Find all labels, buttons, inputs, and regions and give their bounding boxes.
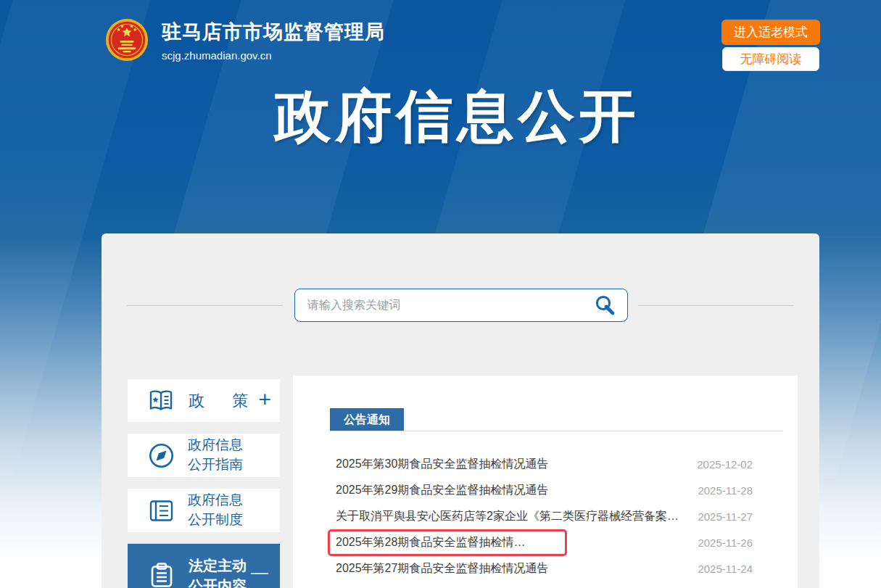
sidebar-item-label: 政府信息 公开指南 (188, 436, 243, 475)
sidebar-item-policy[interactable]: 政 策 + (128, 379, 280, 422)
notice-row: 2025年第29期食品安全监督抽检情况通告 2025-11-28 (336, 477, 753, 503)
elder-mode-button[interactable]: 进入适老模式 (721, 20, 820, 45)
site-name: 驻马店市市场监督管理局 (162, 19, 385, 45)
collapse-minus-icon[interactable]: — (251, 563, 271, 588)
sidebar-item-label: 法定主动 公开内容 (189, 555, 247, 588)
sidebar-item-gov-info-rules[interactable]: 政府信息 公开制度 (128, 489, 280, 532)
notice-link[interactable]: 2025年第29期食品安全监督抽检情况通告 (336, 483, 680, 498)
expand-plus-icon[interactable]: + (258, 389, 271, 413)
notice-date: 2025-11-26 (698, 537, 753, 549)
notice-link-highlighted[interactable]: 2025年第28期食品安全监督抽检情况通告 (328, 529, 567, 556)
sidebar-item-gov-info-guide[interactable]: 政府信息 公开指南 (128, 434, 280, 477)
accessibility-button[interactable]: 无障碍阅读 (722, 47, 819, 71)
notice-list: 2025年第30期食品安全监督抽检情况通告 2025-12-02 2025年第2… (336, 451, 753, 581)
national-emblem-logo (105, 18, 149, 62)
decorative-line-left (127, 305, 283, 306)
rules-book-icon (148, 499, 175, 523)
page-title: 政府信息公开 (0, 86, 881, 148)
site-brand: 驻马店市市场监督管理局 scjg.zhumadian.gov.cn (105, 18, 385, 62)
search-button[interactable] (591, 294, 627, 316)
notice-section: 公告通知 2025年第30期食品安全监督抽检情况通告 2025-12-02 20… (293, 376, 798, 588)
notice-row: 2025年第30期食品安全监督抽检情况通告 2025-12-02 (336, 451, 753, 477)
tab-underline (330, 431, 783, 431)
header-actions: 进入适老模式 无障碍阅读 (721, 20, 820, 71)
sidebar-item-statutory-disclosure[interactable]: 法定主动 公开内容 — (128, 544, 280, 588)
notice-row: 2025年第27期食品安全监督抽检情况通告 2025-11-24 (336, 555, 753, 581)
notice-date: 2025-11-27 (698, 510, 753, 523)
sidebar-item-label: 政府信息 公开制度 (188, 491, 243, 530)
notice-link[interactable]: 关于取消平舆县安心医药店等2家企业《第二类医疗器械经营备案凭... (336, 509, 680, 524)
decorative-line-right (638, 305, 794, 306)
brand-text: 驻马店市市场监督管理局 scjg.zhumadian.gov.cn (162, 19, 385, 62)
sidebar-item-label: 政 策 (189, 390, 248, 412)
notice-row-highlighted: 2025年第28期食品安全监督抽检情况通告 2025-11-26 (336, 529, 753, 555)
sidebar: 政 策 + 政府信息 公开指南 (128, 379, 280, 588)
content-panel: 政 策 + 政府信息 公开指南 (102, 233, 819, 588)
search-input[interactable] (295, 289, 591, 321)
notice-link[interactable]: 2025年第30期食品安全监督抽检情况通告 (336, 457, 679, 472)
clipboard-icon (148, 562, 175, 588)
tab-notices[interactable]: 公告通知 (330, 408, 404, 431)
notice-date: 2025-11-24 (698, 563, 753, 575)
notice-row: 关于取消平舆县安心医药店等2家企业《第二类医疗器械经营备案凭... 2025-1… (336, 503, 753, 529)
notice-date: 2025-12-02 (697, 458, 753, 471)
policy-book-icon (148, 389, 174, 412)
page-background: 驻马店市市场监督管理局 scjg.zhumadian.gov.cn 进入适老模式… (0, 0, 881, 588)
compass-icon (148, 442, 175, 469)
search-icon (594, 294, 616, 316)
notice-link[interactable]: 2025年第27期食品安全监督抽检情况通告 (336, 561, 680, 576)
search-box (294, 289, 628, 322)
notice-date: 2025-11-28 (698, 484, 753, 497)
site-url: scjg.zhumadian.gov.cn (162, 49, 385, 62)
